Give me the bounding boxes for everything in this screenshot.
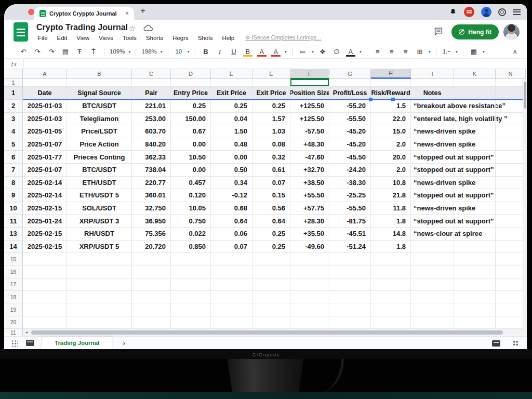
row-number[interactable]: 2 [4,100,23,113]
row-number[interactable]: 10 [4,202,23,215]
bold-icon[interactable]: B [199,45,212,58]
cell[interactable]: 2025-01-07 [23,138,67,151]
cell[interactable] [496,164,526,177]
vertical-scrollbar[interactable] [523,79,527,329]
row-number[interactable]: 4 [4,125,23,138]
cell[interactable] [371,291,411,303]
cell[interactable]: 0.61 [252,164,290,177]
cell[interactable] [411,265,454,278]
cell[interactable] [211,79,252,87]
column-header-A[interactable]: A [23,69,67,79]
cell[interactable]: -24.20 [329,164,371,177]
cell[interactable]: 2025-01-03 [23,100,67,113]
cell[interactable]: 10.8 [371,177,411,190]
cell[interactable] [132,278,171,291]
cell[interactable] [290,316,329,329]
cell[interactable]: 0.64 [211,215,252,228]
cell[interactable] [496,177,526,190]
cell[interactable]: 0.00 [171,164,211,177]
cell[interactable] [23,316,67,329]
cell[interactable]: Prieces Conting [67,151,132,164]
cell[interactable] [371,265,411,278]
column-header-G[interactable]: G [329,69,371,79]
font-size-select[interactable]: 10 [172,45,185,58]
cell[interactable]: 1.57 [252,113,290,126]
header-cell[interactable]: Exit Price [252,87,290,100]
row-number[interactable]: 7 [4,164,23,177]
cell[interactable]: 0.00 [171,138,211,151]
cell[interactable] [454,138,496,151]
cell[interactable] [329,253,371,265]
sparkle-icon[interactable]: ❖ [316,45,329,58]
borders-dd-icon[interactable]: ▾ [427,45,432,58]
scroll-left-icon[interactable]: ◂ [25,330,28,335]
cell[interactable]: “breakout above resistance” [411,100,454,113]
cell[interactable] [496,278,526,291]
cell[interactable]: SOL/USDT [67,202,132,215]
chat-icon[interactable] [492,340,500,347]
cell[interactable]: 220.77 [132,177,171,190]
vertical-scroll-thumb[interactable] [524,82,526,109]
cell[interactable] [496,151,526,164]
profile-avatar-icon[interactable] [481,7,491,17]
zoom-dd-icon[interactable]: ▾ [127,45,132,58]
cell[interactable] [454,291,496,303]
collapse-toolbar-icon[interactable]: ∧ [512,45,517,58]
column-header-E[interactable]: E [211,69,252,79]
comment-icon[interactable] [433,26,444,36]
cell[interactable]: Price/LSDT [67,125,132,138]
cell[interactable] [23,79,67,87]
column-header-F[interactable]: F [290,69,329,79]
cell[interactable] [454,202,496,215]
font-size-dd-icon[interactable]: ▾ [186,45,191,58]
cell[interactable]: “stopped out at support” [411,151,454,164]
cell[interactable]: 2025-02-14 [23,189,67,202]
sheets-logo-icon[interactable] [14,22,28,42]
cell[interactable] [454,265,496,278]
cell[interactable]: XRP/USDT 5 [67,241,132,254]
cell[interactable] [67,253,132,265]
cell[interactable] [23,303,67,316]
cell[interactable] [496,202,526,215]
menu-icon[interactable] [513,9,521,15]
align-center-icon[interactable]: ≡ [385,45,398,58]
cell[interactable]: XRP/USDT 3 [67,215,132,228]
cell[interactable] [171,79,211,87]
cell[interactable] [496,241,526,254]
cell[interactable] [496,265,526,278]
extension-badge-icon[interactable] [464,7,474,17]
cell[interactable]: 75.356 [132,228,171,241]
circle-icon[interactable] [498,8,506,16]
cell[interactable] [132,265,171,278]
cell[interactable]: 1.50 [211,125,252,138]
row-number[interactable]: 11 [4,215,23,228]
cell[interactable]: 0.25 [252,100,290,113]
apps-grid-icon[interactable] [513,340,518,346]
row-number[interactable]: 15 [4,253,23,265]
menu-shols[interactable]: Shols [193,35,218,41]
menu-hegrs[interactable]: Hegrs [168,35,193,41]
next-sheet-icon[interactable]: › [123,339,125,347]
cell[interactable]: “news-driven spike [411,138,454,151]
cell[interactable] [411,79,454,87]
cell[interactable] [132,253,171,265]
row-number[interactable]: 11 [4,329,23,336]
row-number[interactable]: 9 [4,189,23,202]
grid-view-icon[interactable] [11,340,18,347]
column-header-H[interactable]: H [371,69,411,79]
filter-icon[interactable]: Ṫ [87,45,100,58]
cell[interactable]: 0.25 [211,100,252,113]
bulleted-list-icon[interactable]: ≔ [296,45,310,58]
scale-dd-icon[interactable]: ▾ [159,45,164,58]
user-avatar[interactable] [503,24,520,40]
cell[interactable]: -45.20 [329,138,371,151]
column-header-E[interactable]: E [252,69,290,79]
cell[interactable]: 2.0 [371,138,411,151]
header-cell[interactable]: Notes [411,87,454,100]
cell[interactable] [67,303,132,316]
cell[interactable] [496,113,526,126]
fill-color-icon[interactable]: A [269,45,283,58]
header-cell[interactable]: Position Size [290,87,329,100]
cell[interactable] [371,253,411,265]
cell[interactable] [454,303,496,316]
